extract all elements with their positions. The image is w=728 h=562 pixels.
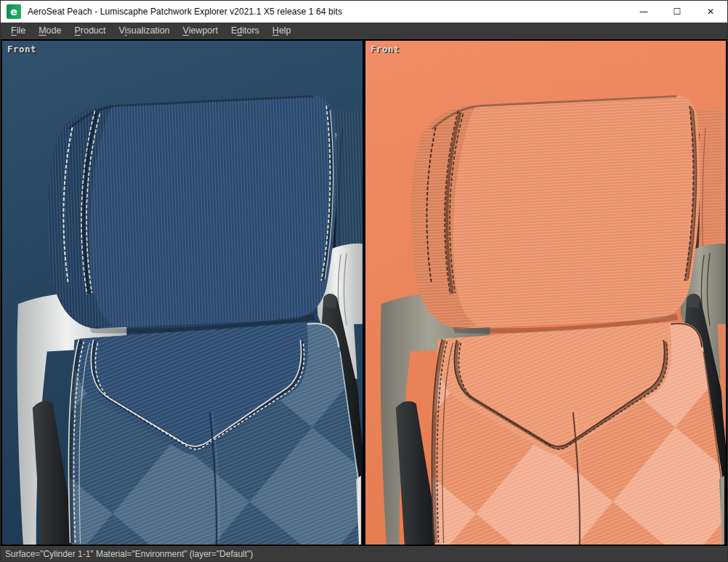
viewport-left[interactable]: Front	[2, 41, 363, 545]
seat-render-blue	[2, 41, 363, 545]
minimize-button[interactable]: —	[627, 1, 660, 23]
seat-render-peach	[365, 41, 726, 545]
app-window: e AeroSeat Peach - Lumiscaphe Patchwork …	[0, 0, 728, 562]
maximize-button[interactable]: ☐	[660, 1, 694, 23]
menu-item-help[interactable]: Help	[266, 23, 298, 39]
menu-item-viewport[interactable]: Viewport	[177, 23, 225, 39]
menu-item-file[interactable]: File	[4, 23, 32, 39]
viewport-label: Front	[371, 44, 400, 55]
status-text: Surface="Cylinder 1-1" Material="Environ…	[5, 549, 253, 559]
window-controls: — ☐ ✕	[627, 1, 727, 23]
app-icon: e	[7, 4, 21, 19]
viewport-label: Front	[7, 44, 36, 55]
menu-item-mode[interactable]: Mode	[32, 23, 68, 39]
menu-item-visualization[interactable]: Visualization	[113, 23, 177, 39]
viewport-area: Front	[1, 39, 727, 546]
window-title: AeroSeat Peach - Lumiscaphe Patchwork Ex…	[28, 7, 342, 17]
menu-item-product[interactable]: Product	[68, 23, 112, 39]
viewport-right[interactable]: Front	[365, 41, 726, 545]
status-bar: Surface="Cylinder 1-1" Material="Environ…	[1, 546, 727, 561]
title-bar: e AeroSeat Peach - Lumiscaphe Patchwork …	[1, 1, 727, 23]
menu-item-editors[interactable]: Editors	[225, 23, 266, 39]
menu-bar: FileModeProductVisualizationViewportEdit…	[1, 23, 727, 39]
close-button[interactable]: ✕	[694, 1, 727, 23]
